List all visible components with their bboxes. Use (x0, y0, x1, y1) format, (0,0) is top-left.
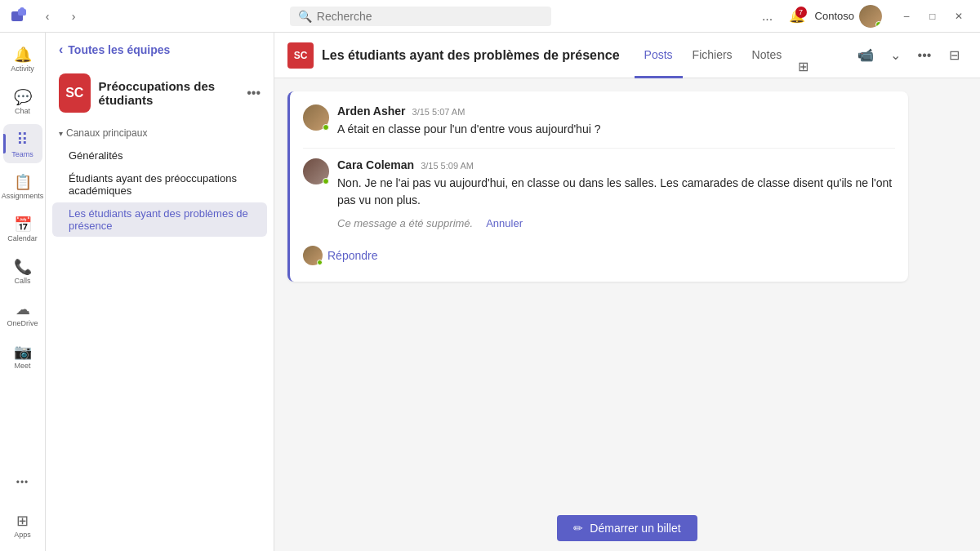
teams-icon: ⠿ (16, 130, 29, 149)
section-label: Canaux principaux (66, 127, 147, 139)
team-more-button[interactable]: ••• (247, 86, 261, 100)
add-tab-button[interactable]: ⊞ (791, 55, 814, 78)
more-options-button[interactable]: ••• (911, 42, 938, 69)
window-controls: – □ ✕ (895, 5, 970, 28)
avatar (859, 5, 882, 28)
content-area: SC Les étudiants ayant des problèmes de … (274, 33, 980, 551)
search-input[interactable] (317, 10, 543, 23)
team-name: Préoccupations des étudiants (99, 79, 239, 107)
sidebar-item-more[interactable]: ••• (3, 463, 42, 502)
forward-button[interactable]: › (62, 5, 85, 28)
message-2-content: Cara Coleman 3/15 5:09 AM Non. Je ne l'a… (337, 158, 895, 233)
onedrive-icon: ☁ (16, 300, 30, 318)
reply-avatar-status (317, 260, 323, 265)
sidebar-toggle-button[interactable]: ⊟ (941, 42, 967, 69)
message-1-content: Arden Asher 3/15 5:07 AM A était en clas… (337, 104, 895, 138)
team-header: SC Préoccupations des étudiants ••• (46, 67, 274, 122)
title-bar-left: ‹ › (10, 5, 85, 28)
message-1-header: Arden Asher 3/15 5:07 AM (337, 104, 895, 118)
ellipsis-icon: ... (762, 9, 773, 24)
activity-icon: 🔔 (14, 46, 32, 64)
sidebar-item-meet[interactable]: 📷 Meet (3, 336, 42, 375)
main-layout: 🔔 Activity 💬 Chat ⠿ Teams 📋 Assignments … (0, 33, 980, 551)
message-1-time: 3/15 5:07 AM (412, 107, 466, 117)
message-2-time: 3/15 5:09 AM (421, 161, 474, 171)
ellipsis-button[interactable]: ... (756, 5, 779, 28)
search-bar: 🔍 (290, 7, 551, 26)
back-to-teams-button[interactable]: ‹ Toutes les équipes (46, 33, 274, 67)
tab-fichiers[interactable]: Fichiers (683, 33, 742, 78)
message-2-text: Non. Je ne l'ai pas vu aujourd'hui, en c… (337, 175, 895, 209)
nav-buttons: ‹ › (36, 5, 85, 28)
assignments-label: Assignments (2, 193, 44, 200)
chevron-down-icon: ▾ (59, 129, 63, 138)
back-label: Toutes les équipes (68, 43, 170, 56)
expand-button[interactable]: ⌄ (882, 42, 908, 69)
channel-item-presence[interactable]: Les étudiants ayant des problèmes de pré… (52, 202, 267, 237)
start-ticket-button[interactable]: ✏ Démarrer un billet (557, 515, 697, 541)
channel-sidebar: ‹ Toutes les équipes SC Préoccupations d… (46, 33, 274, 551)
header-actions: 📹 ⌄ ••• ⊟ (853, 42, 967, 69)
team-icon: SC (59, 73, 91, 113)
sidebar-icon: ⊟ (949, 47, 960, 63)
sidebar-item-calendar[interactable]: 📅 Calendar (3, 209, 42, 248)
message-1: Arden Asher 3/15 5:07 AM A était en clas… (303, 104, 895, 138)
sidebar-item-onedrive[interactable]: ☁ OneDrive (3, 294, 42, 333)
chevron-down-icon: ⌄ (890, 47, 901, 63)
sidebar-item-teams[interactable]: ⠿ Teams (3, 124, 42, 163)
message-2-author: Cara Coleman (337, 158, 414, 171)
svg-point-2 (20, 7, 24, 12)
sidebar-item-assignments[interactable]: 📋 Assignments (3, 167, 42, 206)
chat-area: Arden Asher 3/15 5:07 AM A était en clas… (274, 78, 980, 505)
deleted-message-text: Ce message a été supprimé. (337, 217, 473, 229)
channel-section: ▾ Canaux principaux Généralités Étudiant… (46, 122, 274, 238)
bottom-bar: ✏ Démarrer un billet (274, 505, 980, 551)
sidebar-item-chat[interactable]: 💬 Chat (3, 82, 42, 121)
message-1-text: A était en classe pour l'un d'entre vous… (337, 121, 895, 138)
channel-title: Les étudiants ayant des problèmes de pré… (322, 48, 620, 63)
onedrive-label: OneDrive (7, 320, 38, 327)
reply-button[interactable]: Répondre (303, 242, 895, 269)
channel-item-academic[interactable]: Étudiants ayant des préoccupations acadé… (52, 167, 267, 202)
calls-icon: 📞 (14, 258, 32, 276)
maximize-button[interactable]: □ (921, 5, 944, 28)
sidebar-item-apps[interactable]: ⊞ Apps (3, 505, 42, 544)
back-button[interactable]: ‹ (36, 5, 59, 28)
sidebar-item-calls[interactable]: 📞 Calls (3, 251, 42, 291)
notification-badge: 7 (795, 7, 807, 18)
reply-avatar (303, 246, 323, 265)
search-icon: 🔍 (298, 10, 312, 23)
sidebar-item-activity[interactable]: 🔔 Activity (3, 39, 42, 78)
user-name-label: Contoso (815, 10, 854, 22)
avatar-status (875, 21, 882, 28)
start-ticket-label: Démarrer un billet (590, 522, 680, 535)
assignments-icon: 📋 (14, 173, 32, 191)
message-thread: Arden Asher 3/15 5:07 AM A était en clas… (287, 91, 908, 282)
minimize-button[interactable]: – (895, 5, 918, 28)
video-call-button[interactable]: 📹 (853, 42, 879, 69)
close-button[interactable]: ✕ (947, 5, 970, 28)
tab-notes[interactable]: Notes (742, 33, 792, 78)
notification-button[interactable]: 🔔 7 (786, 5, 808, 28)
more-icon: ••• (16, 477, 29, 488)
channel-tabs: Posts Fichiers Notes ⊞ (635, 33, 815, 78)
video-icon: 📹 (858, 47, 874, 63)
teams-logo-icon (10, 7, 29, 26)
tab-posts[interactable]: Posts (635, 33, 683, 78)
meet-label: Meet (14, 362, 30, 370)
apps-icon: ⊞ (16, 512, 29, 530)
undo-link[interactable]: Annuler (486, 217, 523, 229)
apps-label: Apps (14, 531, 31, 539)
calendar-icon: 📅 (14, 216, 32, 233)
back-icon: ‹ (59, 42, 63, 57)
chat-label: Chat (15, 108, 30, 115)
channel-header-icon: SC (287, 42, 314, 69)
title-bar-right: ... 🔔 7 Contoso – □ ✕ (756, 5, 970, 28)
calls-label: Calls (14, 278, 30, 285)
reply-label: Répondre (327, 249, 378, 262)
title-bar: ‹ › 🔍 ... 🔔 7 Contoso – □ ✕ (0, 0, 980, 33)
user-area[interactable]: Contoso (815, 5, 882, 28)
section-header[interactable]: ▾ Canaux principaux (52, 122, 267, 144)
cara-status-icon (323, 178, 329, 184)
channel-item-general[interactable]: Généralités (52, 144, 267, 167)
